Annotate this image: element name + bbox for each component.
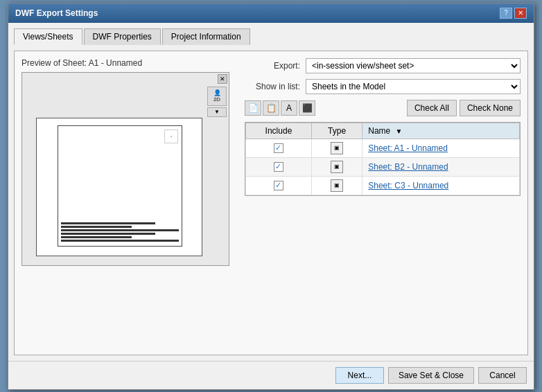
all-icon: A bbox=[286, 103, 292, 113]
name-cell: Sheet: A1 - Unnamed bbox=[362, 139, 520, 157]
sort-arrow: ▼ bbox=[396, 127, 403, 135]
toolbar-icon-2[interactable]: 📋 bbox=[263, 100, 279, 116]
export-row: Export: <in-session view/sheet set> bbox=[245, 58, 521, 73]
line5 bbox=[61, 236, 132, 238]
title-bar-buttons: ? ✕ bbox=[500, 8, 527, 19]
check-none-button[interactable]: Check None bbox=[460, 100, 521, 116]
line1 bbox=[61, 222, 155, 224]
show-in-list-select[interactable]: Sheets in the Model bbox=[306, 79, 521, 94]
toolbar-icon-3[interactable]: A bbox=[281, 100, 297, 116]
include-checkbox[interactable]: ✓ bbox=[274, 162, 283, 172]
preview-2d-button[interactable]: 👤 2D bbox=[207, 87, 227, 106]
include-checkbox[interactable]: ✓ bbox=[274, 143, 283, 153]
help-button[interactable]: ? bbox=[500, 8, 512, 19]
dialog-body: Views/Sheets DWF Properties Project Info… bbox=[8, 23, 534, 361]
sheet-preview: ✦ bbox=[36, 118, 202, 256]
tabs-bar: Views/Sheets DWF Properties Project Info… bbox=[14, 28, 528, 45]
check-all-button[interactable]: Check All bbox=[407, 100, 457, 116]
line2 bbox=[61, 226, 132, 228]
2d-label: 2D bbox=[213, 96, 220, 103]
sheet-type-icon: ▣ bbox=[331, 161, 343, 173]
cancel-button[interactable]: Cancel bbox=[478, 367, 527, 384]
sheet-type-icon: ▣ bbox=[331, 179, 343, 192]
export-label: Export: bbox=[245, 61, 300, 71]
person-icon: 👤 bbox=[213, 89, 221, 96]
preview-toolbar: 👤 2D ▼ bbox=[207, 87, 227, 117]
sheet-name-link[interactable]: Sheet: A1 - Unnamed bbox=[368, 143, 448, 153]
type-cell: ▣ bbox=[311, 157, 362, 176]
line6 bbox=[61, 240, 179, 242]
right-panel: Export: <in-session view/sheet set> Show… bbox=[245, 58, 521, 348]
save-close-button[interactable]: Save Set & Close bbox=[388, 367, 474, 384]
include-cell: ✓ bbox=[246, 157, 312, 176]
sheet-name-link[interactable]: Sheet: B2 - Unnamed bbox=[368, 162, 448, 172]
left-panel: Preview of Sheet: A1 - Unnamed ✕ 👤 2D ▼ … bbox=[21, 58, 236, 348]
preview-expand-button[interactable]: ▼ bbox=[207, 107, 227, 117]
next-button[interactable]: Next... bbox=[335, 367, 384, 384]
include-checkbox[interactable]: ✓ bbox=[274, 181, 283, 190]
include-cell: ✓ bbox=[246, 176, 312, 195]
table-row: ✓▣Sheet: B2 - Unnamed bbox=[246, 157, 520, 176]
dwf-export-dialog: DWF Export Settings ? ✕ Views/Sheets DWF… bbox=[8, 3, 534, 390]
sheet-inner: ✦ bbox=[58, 125, 182, 247]
col-include: Include bbox=[246, 123, 312, 139]
dialog-title: DWF Export Settings bbox=[15, 8, 98, 18]
sheets-table-container: Include Type Name ▼ ✓▣Sheet: A1 - Unname… bbox=[245, 122, 521, 196]
name-cell: Sheet: C3 - Unnamed bbox=[362, 176, 520, 195]
sheets-table: Include Type Name ▼ ✓▣Sheet: A1 - Unname… bbox=[245, 123, 520, 195]
col-type: Type bbox=[311, 123, 362, 139]
tab-project-information[interactable]: Project Information bbox=[162, 28, 250, 45]
sheet-type-icon: ▣ bbox=[331, 142, 343, 154]
toolbar-icon-4[interactable]: ⬛ bbox=[299, 100, 315, 116]
preview-box: ✕ 👤 2D ▼ ✦ bbox=[21, 72, 229, 266]
type-cell: ▣ bbox=[311, 176, 362, 195]
title-bar: DWF Export Settings ? ✕ bbox=[8, 3, 534, 23]
toolbar-row: 📄 📋 A ⬛ Check All Check bbox=[245, 100, 521, 116]
copy-icon: 📋 bbox=[266, 103, 277, 113]
export-icon: ⬛ bbox=[302, 103, 313, 113]
toolbar-icon-1[interactable]: 📄 bbox=[245, 100, 261, 116]
footer: Next... Save Set & Close Cancel bbox=[8, 361, 534, 389]
type-cell: ▣ bbox=[311, 139, 362, 157]
line3 bbox=[61, 229, 179, 231]
preview-label: Preview of Sheet: A1 - Unnamed bbox=[21, 58, 236, 68]
table-row: ✓▣Sheet: A1 - Unnamed bbox=[246, 139, 520, 157]
preview-close-btn[interactable]: ✕ bbox=[218, 74, 227, 84]
sheet-stamp: ✦ bbox=[164, 130, 178, 143]
tab-content: Preview of Sheet: A1 - Unnamed ✕ 👤 2D ▼ … bbox=[14, 51, 528, 355]
add-icon: 📄 bbox=[248, 103, 259, 113]
tab-dwf-properties[interactable]: DWF Properties bbox=[84, 28, 161, 45]
sheet-lines bbox=[58, 163, 182, 246]
close-button[interactable]: ✕ bbox=[514, 8, 527, 19]
table-row: ✓▣Sheet: C3 - Unnamed bbox=[246, 176, 520, 195]
line4 bbox=[61, 233, 155, 235]
toolbar-icons: 📄 📋 A ⬛ bbox=[245, 100, 315, 116]
show-in-list-label: Show in list: bbox=[245, 82, 300, 91]
show-in-list-row: Show in list: Sheets in the Model bbox=[245, 79, 521, 94]
sheet-name-link[interactable]: Sheet: C3 - Unnamed bbox=[368, 181, 448, 190]
col-name[interactable]: Name ▼ bbox=[362, 123, 520, 139]
include-cell: ✓ bbox=[246, 139, 312, 157]
name-cell: Sheet: B2 - Unnamed bbox=[362, 157, 520, 176]
export-select[interactable]: <in-session view/sheet set> bbox=[306, 58, 521, 73]
tab-views-sheets[interactable]: Views/Sheets bbox=[14, 28, 82, 45]
